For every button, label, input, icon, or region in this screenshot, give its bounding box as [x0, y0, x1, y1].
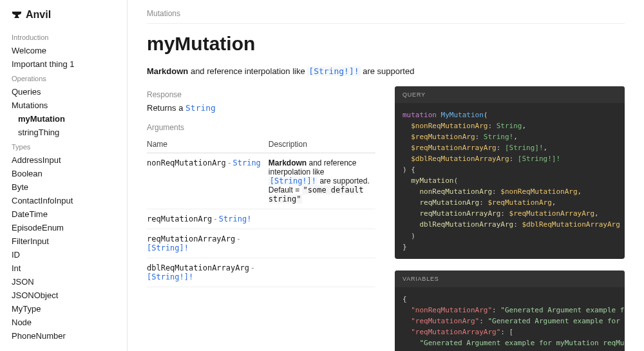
argument-row: dblReqMutationArrayArg - [String!]! [147, 258, 375, 287]
breadcrumb[interactable]: Mutations [147, 0, 625, 24]
sidebar-item-json[interactable]: JSON [0, 275, 127, 289]
sidebar-item-mutations[interactable]: Mutations [0, 99, 127, 112]
arguments-table: Name Description nonReqMutationArg - Str… [147, 136, 375, 287]
sidebar-item-addressinput[interactable]: AddressInput [0, 153, 127, 167]
arg-type-link[interactable]: [String]! [147, 243, 189, 252]
returns-label: Returns a [147, 103, 185, 113]
sidebar-item-boolean[interactable]: Boolean [0, 167, 127, 180]
page-title: myMutation [147, 33, 625, 55]
main-content: Mutations myMutation Markdown and refere… [128, 0, 644, 351]
sidebar-item-important-thing-1[interactable]: Important thing 1 [0, 57, 127, 71]
sidebar-item-queries[interactable]: Queries [0, 85, 127, 99]
arg-name: dblReqMutationArrayArg [147, 263, 249, 272]
query-code[interactable]: mutation MyMutation( $nonReqMutationArg:… [395, 103, 625, 259]
sidebar-item-contactinfoinput[interactable]: ContactInfoInput [0, 194, 127, 207]
response-type-link[interactable]: String [185, 103, 216, 113]
sidebar-item-int[interactable]: Int [0, 261, 127, 275]
sidebar-item-welcome[interactable]: Welcome [0, 44, 127, 57]
arg-desc-type[interactable]: [String!]! [269, 176, 317, 185]
intro-mid: and reference interpolation like [188, 66, 307, 76]
argument-row: nonReqMutationArg - StringMarkdown and r… [147, 153, 375, 209]
arg-type-link[interactable]: String! [219, 214, 252, 223]
sidebar-item-id[interactable]: ID [0, 248, 127, 261]
argument-row: reqMutationArrayArg - [String]! [147, 229, 375, 258]
nav-section-label: Introduction [0, 30, 127, 44]
sidebar: Anvil IntroductionWelcomeImportant thing… [0, 0, 128, 351]
intro-after: are supported [361, 66, 415, 76]
sidebar-item-mytype[interactable]: MyType [0, 302, 127, 316]
variables-panel-header: VARIABLES [395, 270, 625, 287]
sidebar-item-jsonobject[interactable]: JSONObject [0, 289, 127, 302]
nav-section-label: Operations [0, 71, 127, 85]
sidebar-item-phonenumber[interactable]: PhoneNumber [0, 329, 127, 343]
arg-name: reqMutationArrayArg [147, 234, 235, 243]
sidebar-item-byte[interactable]: Byte [0, 180, 127, 194]
nav-section-label: Types [0, 139, 127, 153]
col-desc: Description [269, 136, 375, 153]
sidebar-item-mymutation[interactable]: myMutation [0, 112, 127, 126]
intro-type-ref[interactable]: [String!]! [307, 66, 360, 76]
query-panel-header: QUERY [395, 86, 625, 103]
variables-code-panel: VARIABLES { "nonReqMutationArg": "Genera… [395, 270, 625, 351]
arg-name: nonReqMutationArg [147, 158, 226, 167]
sidebar-item-episodeenum[interactable]: EpisodeEnum [0, 221, 127, 234]
anvil-logo-icon [12, 10, 22, 20]
argument-row: reqMutationArg - String! [147, 209, 375, 229]
arg-type-link[interactable]: String [233, 158, 261, 167]
sidebar-item-stringthing[interactable]: stringThing [0, 126, 127, 139]
intro-bold: Markdown [147, 66, 188, 76]
sidebar-item-node[interactable]: Node [0, 316, 127, 329]
response-header: Response [147, 90, 375, 99]
brand[interactable]: Anvil [0, 9, 127, 30]
response-text: Returns a String [147, 103, 375, 113]
col-name: Name [147, 136, 269, 153]
arg-name: reqMutationArg [147, 214, 212, 223]
arg-type-link[interactable]: [String!]! [147, 272, 193, 281]
variables-code[interactable]: { "nonReqMutationArg": "Generated Argume… [395, 287, 625, 351]
brand-name: Anvil [26, 9, 51, 21]
arguments-header: Arguments [147, 123, 375, 132]
sidebar-item-filterinput[interactable]: FilterInput [0, 234, 127, 248]
sidebar-item-datetime[interactable]: DateTime [0, 207, 127, 221]
intro-text: Markdown and reference interpolation lik… [147, 66, 625, 76]
query-code-panel: QUERY mutation MyMutation( $nonReqMutati… [395, 86, 625, 259]
